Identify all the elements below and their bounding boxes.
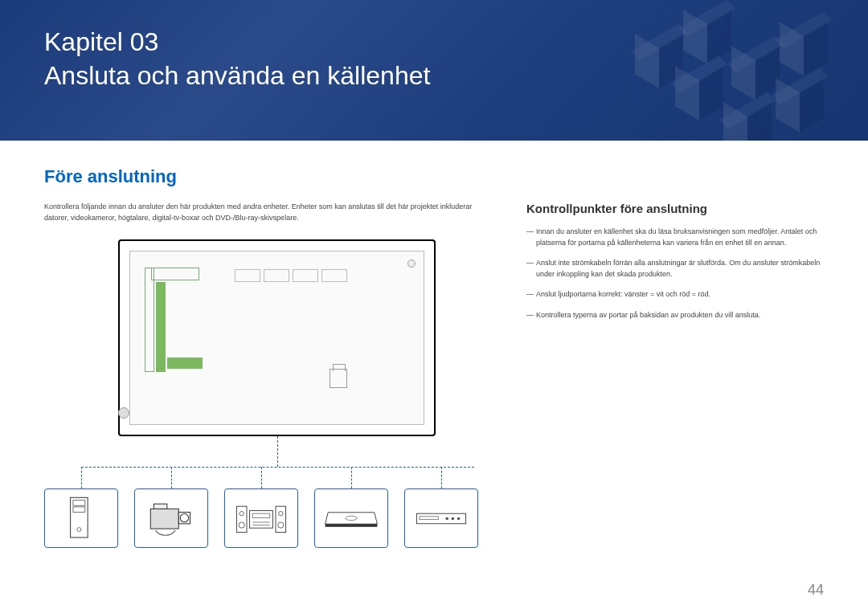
page-number: 44: [808, 582, 824, 599]
chapter-banner: Kapitel 03 Ansluta och använda en källen…: [0, 0, 868, 141]
svg-point-24: [457, 517, 461, 520]
device-disc-player: [404, 488, 478, 548]
device-pc: [44, 488, 118, 548]
device-row: [44, 488, 478, 548]
svg-point-22: [445, 517, 448, 520]
pc-tower-icon: [61, 495, 101, 541]
device-settop: [314, 488, 388, 548]
port-cluster: [145, 268, 203, 372]
svg-point-23: [452, 517, 455, 520]
hifi-system-icon: [232, 501, 290, 537]
chapter-number: Kapitel 03: [44, 27, 158, 56]
display-back-panel: [118, 239, 436, 436]
checkpoints-heading: Kontrollpunkter före anslutning: [526, 202, 824, 215]
list-item: Kontrollera typerna av portar på baksida…: [526, 310, 824, 321]
svg-rect-4: [150, 509, 178, 529]
svg-rect-18: [326, 524, 378, 527]
svg-point-6: [180, 514, 188, 522]
intro-paragraph: Kontrollera följande innan du ansluter d…: [44, 202, 494, 223]
list-item: Anslut inte strömkabeln förrän alla ansl…: [526, 258, 824, 280]
checkpoints-list: Innan du ansluter en källenhet ska du lä…: [526, 227, 824, 321]
svg-rect-8: [236, 506, 247, 532]
section-heading: Före anslutning: [44, 166, 824, 187]
list-item: Innan du ansluter en källenhet ska du lä…: [526, 227, 824, 248]
device-camcorder: [134, 488, 208, 548]
settop-box-icon: [322, 504, 380, 533]
chapter-title: Ansluta och använda en källenhet: [44, 61, 430, 90]
disc-player-icon: [412, 508, 470, 529]
list-item: Anslut ljudportarna korrekt: vänster = v…: [526, 289, 824, 300]
connection-diagram: [44, 239, 494, 545]
svg-rect-7: [154, 505, 166, 509]
page-content: Före anslutning Kontrollera följande inn…: [0, 141, 868, 545]
camcorder-icon: [142, 497, 200, 538]
device-hifi: [224, 488, 298, 548]
svg-rect-11: [276, 506, 286, 532]
chapter-heading: Kapitel 03 Ansluta och använda en källen…: [44, 26, 824, 92]
